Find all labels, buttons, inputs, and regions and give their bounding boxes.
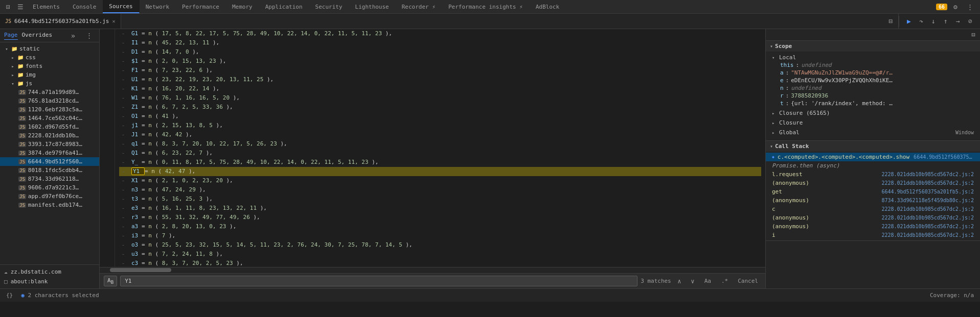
callstack-entry-anon2[interactable]: (anonymous) 8734.33d962118e5f459db80c.js… bbox=[766, 196, 980, 205]
code-line-d1: - D1 = n ( 14, 7, 0 ), bbox=[119, 47, 761, 57]
callstack-entry-c[interactable]: c 2228.021ddb10b985cd567dc2.js:2 bbox=[766, 205, 980, 213]
search-case-btn[interactable]: Aa bbox=[701, 276, 715, 286]
scope-closure2-header[interactable]: ▸ Closure bbox=[772, 119, 974, 127]
tree-item-js-3393[interactable]: JS 3393.17c87c8983… bbox=[0, 140, 99, 149]
code-lines[interactable]: - G1 = n ( 17, 5, 8, 22, 17, 5, 75, 28, … bbox=[115, 29, 765, 267]
code-line-z1: - Z1 = n ( 6, 7, 2, 5, 33, 36 ), bbox=[119, 103, 761, 112]
scope-section: ▾ Scope ▾ Local this : undefined bbox=[766, 41, 980, 141]
tab-performance[interactable]: Performance bbox=[176, 0, 226, 13]
sidebar-item-about-blank[interactable]: □ about:blank bbox=[0, 277, 99, 286]
step-over-btn[interactable]: ↷ bbox=[916, 16, 927, 27]
deactivate-breakpoints-btn[interactable]: ⊘ bbox=[965, 16, 976, 27]
more-options-icon[interactable]: ⋮ bbox=[964, 1, 976, 13]
tree-item-js-1602[interactable]: JS 1602.d967d55fd… bbox=[0, 123, 99, 131]
tab-performance-insights[interactable]: Performance insights ⚡ bbox=[442, 0, 530, 13]
tab-lighthouse[interactable]: Lighthouse bbox=[349, 0, 396, 13]
tree-item-css[interactable]: ▸ 📁 css bbox=[0, 53, 99, 62]
code-line-e3: - e3 = n ( 16, 1, 11, 8, 23, 13, 22, 11 … bbox=[119, 204, 761, 213]
tree-item-img[interactable]: ▸ 📁 img bbox=[0, 70, 99, 79]
tab-memory[interactable]: Memory bbox=[226, 0, 259, 13]
step-out-btn[interactable]: ↑ bbox=[940, 16, 951, 27]
tab-adblock[interactable]: AdBlock bbox=[530, 0, 566, 13]
tab-application[interactable]: Application bbox=[259, 0, 309, 13]
code-line-j1b: - J1 = n ( 42, 42 ), bbox=[119, 130, 761, 139]
code-content[interactable]: - G1 = n ( 17, 5, 8, 22, 17, 5, 75, 28, … bbox=[100, 29, 765, 267]
sidebar-menu-btn[interactable]: ⋮ bbox=[84, 30, 95, 41]
cs-name-i: i bbox=[772, 232, 776, 238]
tab-console[interactable]: Console bbox=[66, 0, 103, 13]
collapse-panel-btn[interactable]: ⊟ bbox=[885, 16, 897, 27]
tree-item-js-1120[interactable]: JS 1120.6ebf283c5a… bbox=[0, 105, 99, 114]
callstack-entry-anon1[interactable]: (anonymous) 2228.021ddb10b985cd567dc2.js… bbox=[766, 179, 980, 187]
tree-item-js-3874[interactable]: JS 3874.de979f6a41… bbox=[0, 149, 99, 157]
file-tab-close[interactable]: ✕ bbox=[112, 18, 115, 24]
folder-icon-img: 📁 bbox=[17, 72, 24, 78]
search-next-btn[interactable]: ∨ bbox=[688, 276, 698, 286]
scope-local-header[interactable]: ▾ Local bbox=[772, 54, 974, 61]
callstack-entry-anon3[interactable]: (anonymous) 2228.021ddb10b985cd567dc2.js… bbox=[766, 213, 980, 222]
scope-local-group: ▾ Local this : undefined a : "NTAwMGNuZn… bbox=[772, 54, 974, 107]
js-icon-1464: JS bbox=[18, 116, 26, 121]
file-tab-active[interactable]: JS 6644.9bd512f560375a201fb5.js ✕ bbox=[0, 14, 121, 29]
folder-icon-static: 📁 bbox=[11, 46, 17, 52]
search-ab-icon[interactable]: AB bbox=[104, 276, 117, 286]
tab-sources[interactable]: Sources bbox=[103, 0, 139, 13]
panel-collapse-btn[interactable]: ⊟ bbox=[969, 30, 978, 39]
tree-arrow-css: ▸ bbox=[10, 55, 15, 60]
scope-header[interactable]: ▾ Scope bbox=[766, 41, 980, 52]
js-icon-8734: JS bbox=[18, 177, 26, 182]
top-tab-bar: ⊡ ☰ Elements Console Sources Network Per… bbox=[0, 0, 980, 14]
tree-label-js-3393: 3393.17c87c8983… bbox=[28, 141, 82, 148]
code-hscroll-thumb[interactable] bbox=[110, 268, 171, 272]
js-icon-manifest: JS bbox=[18, 203, 26, 208]
search-regex-btn[interactable]: .* bbox=[718, 276, 732, 286]
step-into-btn[interactable]: ↓ bbox=[928, 16, 939, 27]
code-horizontal-scrollbar[interactable] bbox=[100, 267, 765, 273]
sidebar-more-options[interactable]: » bbox=[71, 32, 75, 40]
tree-arrow-fonts: ▸ bbox=[10, 64, 15, 69]
tab-elements[interactable]: Elements bbox=[27, 0, 66, 13]
callstack-entry-lrequest[interactable]: l.request 2228.021ddb10b985cd567dc2.js:2 bbox=[766, 170, 980, 179]
sidebar-item-bdstatic[interactable]: ☁ zz.bdstatic.com bbox=[0, 267, 99, 277]
search-prev-btn[interactable]: ∧ bbox=[674, 276, 685, 286]
sidebar-tab-overrides[interactable]: Overrides bbox=[22, 32, 53, 39]
tree-item-fonts[interactable]: ▸ 📁 fonts bbox=[0, 62, 99, 70]
tree-item-js-765[interactable]: JS 765.81ad3218cd… bbox=[0, 96, 99, 105]
closure1-expand-icon: ▸ bbox=[772, 111, 777, 116]
y1-highlight: Y1 bbox=[131, 167, 145, 175]
code-line-q1b: - Q1 = n ( 6, 23, 22, 7 ), bbox=[119, 149, 761, 158]
status-selected: 2 characters selected bbox=[21, 292, 99, 299]
step-btn[interactable]: → bbox=[952, 16, 964, 27]
settings-icon[interactable]: ⚙ bbox=[949, 1, 962, 13]
search-cancel-btn[interactable]: Cancel bbox=[735, 277, 761, 285]
callstack-entry-active[interactable]: ◆ c.<computed>.<computed>.<computed>.sho… bbox=[766, 153, 980, 161]
tab-security[interactable]: Security bbox=[309, 0, 349, 13]
tree-item-js-manifest[interactable]: JS manifest.edb174… bbox=[0, 201, 99, 209]
callstack-entry-get[interactable]: get 6644.9bd512f560375a201fb5.js:2 bbox=[766, 187, 980, 196]
tree-item-static[interactable]: ▾ 📁 static bbox=[0, 44, 99, 53]
callstack-entry-anon4[interactable]: (anonymous) 2228.021ddb10b985cd567dc2.js… bbox=[766, 222, 980, 231]
scope-closure1-header[interactable]: ▸ Closure (65165) bbox=[772, 109, 974, 117]
callstack-entry-i[interactable]: i 2228.021ddb10b985cd567dc2.js:2 bbox=[766, 231, 980, 239]
tab-network[interactable]: Network bbox=[140, 0, 176, 13]
tree-item-js-9606[interactable]: JS 9606.d7a9221c3… bbox=[0, 183, 99, 192]
search-input[interactable] bbox=[120, 276, 637, 286]
tree-item-js-744[interactable]: JS 744.a71a199d89… bbox=[0, 88, 99, 96]
tree-item-js-app[interactable]: JS app.d97ef0b76ce… bbox=[0, 192, 99, 201]
tree-item-js-1464[interactable]: JS 1464.7ce562c04c… bbox=[0, 114, 99, 123]
callstack-header[interactable]: ▾ Call Stack bbox=[766, 141, 980, 152]
tree-item-js-6644[interactable]: JS 6644.9bd512f560… bbox=[0, 157, 99, 166]
code-line-f1: - F1 = n ( 7, 23, 22, 6 ), bbox=[119, 66, 761, 75]
tree-item-js[interactable]: ▾ 📁 js bbox=[0, 79, 99, 88]
tree-item-js-8018[interactable]: JS 8018.1fdc5cdbb4… bbox=[0, 166, 99, 175]
sidebar-tab-page[interactable]: Page bbox=[4, 32, 18, 40]
global-expand-icon: ▸ bbox=[772, 130, 777, 135]
tree-item-js-2228[interactable]: JS 2228.021ddb10b… bbox=[0, 131, 99, 140]
tree-item-js-8734[interactable]: JS 8734.33d962118… bbox=[0, 175, 99, 183]
devtools-icon-2[interactable]: ☰ bbox=[14, 1, 27, 13]
tab-recorder[interactable]: Recorder ⚡ bbox=[396, 0, 442, 13]
devtools-icon-1[interactable]: ⊡ bbox=[2, 1, 14, 13]
playback-controls: ▶ ↷ ↓ ↑ → ⊘ bbox=[899, 16, 980, 27]
scope-global-header[interactable]: ▸ Global Window bbox=[772, 129, 974, 136]
resume-btn[interactable]: ▶ bbox=[903, 16, 915, 27]
